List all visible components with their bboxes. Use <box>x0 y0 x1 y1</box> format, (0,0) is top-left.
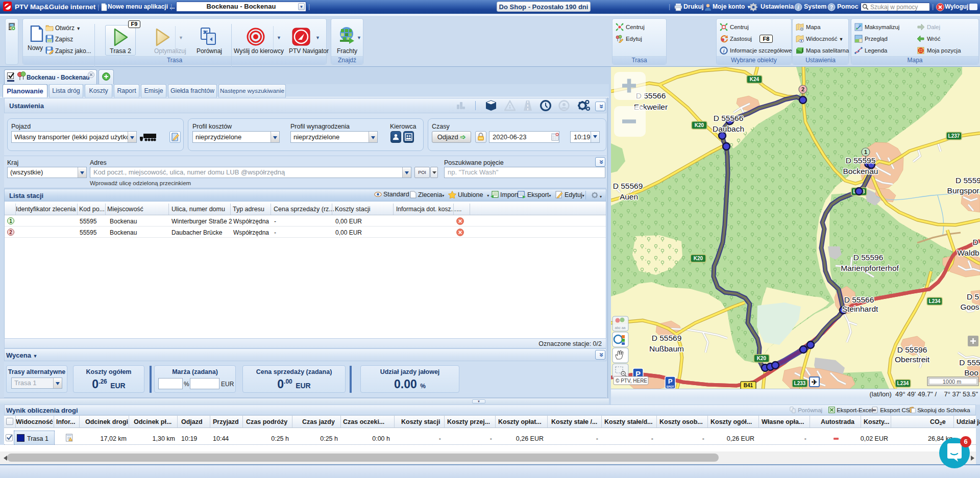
svg-text:L233: L233 <box>794 381 806 386</box>
svg-text:abc aa: abc aa <box>615 326 625 330</box>
svg-text:✈: ✈ <box>812 378 818 386</box>
svg-text:Oberstreit: Oberstreit <box>895 355 930 364</box>
svg-text:i: i <box>798 5 799 10</box>
svg-text:P: P <box>668 378 673 385</box>
svg-text:D 55569: D 55569 <box>613 182 643 190</box>
svg-text:K20: K20 <box>694 256 703 261</box>
svg-text:K24: K24 <box>750 77 760 82</box>
svg-text:L237: L237 <box>948 133 960 139</box>
svg-text:2: 2 <box>801 86 804 92</box>
svg-text:SPOT: SPOT <box>667 385 675 388</box>
svg-text:Steinhardt: Steinhardt <box>842 305 878 313</box>
svg-text:Waldb: Waldb <box>957 248 979 257</box>
svg-text:L234: L234 <box>897 381 909 386</box>
svg-text:1: 1 <box>864 149 867 155</box>
svg-text:Bockenau: Bockenau <box>843 167 878 175</box>
svg-text:Burgspor: Burgspor <box>947 186 979 195</box>
svg-text:D 55596: D 55596 <box>897 345 927 354</box>
svg-text:D 55566: D 55566 <box>844 295 874 304</box>
svg-text:D 5: D 5 <box>967 292 979 301</box>
svg-text:Auen: Auen <box>620 192 638 201</box>
svg-text:?: ? <box>830 5 833 10</box>
svg-text:Marienpforterhof: Marienpforterhof <box>841 264 899 272</box>
svg-text:Boo: Boo <box>964 368 978 377</box>
svg-text:Nußbaum: Nußbaum <box>649 344 684 353</box>
svg-text:1000 m: 1000 m <box>943 379 962 385</box>
svg-text:D 555: D 555 <box>959 358 980 367</box>
svg-text:D 55566: D 55566 <box>714 114 744 122</box>
svg-text:L234: L234 <box>929 298 941 304</box>
svg-text:K20: K20 <box>757 356 767 361</box>
svg-text:Daubach: Daubach <box>713 124 744 133</box>
svg-text:K20: K20 <box>695 122 704 128</box>
svg-text:© PTV, HERE: © PTV, HERE <box>616 378 647 384</box>
svg-text:CSV: CSV <box>872 409 876 411</box>
svg-text:D 5559: D 5559 <box>955 176 980 185</box>
svg-text:Goos: Goos <box>960 303 979 311</box>
svg-text:D 55569: D 55569 <box>652 334 682 342</box>
svg-text:D: D <box>972 238 978 246</box>
svg-text:i: i <box>723 48 725 54</box>
svg-text:D 55595: D 55595 <box>846 156 876 165</box>
svg-text:D 55596: D 55596 <box>853 253 884 262</box>
svg-text:B41: B41 <box>744 383 753 388</box>
